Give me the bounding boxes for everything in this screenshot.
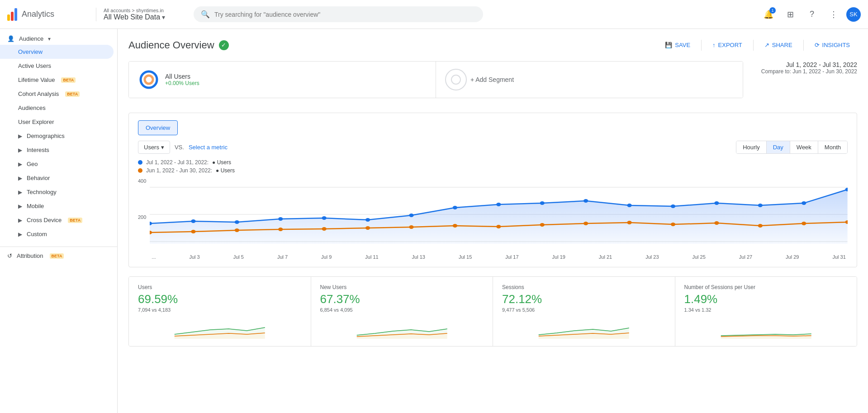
apps-button[interactable]: ⊞	[781, 5, 799, 24]
svg-point-8	[191, 219, 196, 223]
all-users-segment[interactable]: All Users +0.00% Users	[129, 62, 436, 98]
export-label: EXPORT	[718, 42, 742, 48]
sidebar-item-geo[interactable]: ▶ Geo	[0, 157, 114, 171]
sessions-per-user-title: Number of Sessions per User	[684, 284, 848, 290]
sessions-title: Sessions	[502, 284, 666, 290]
svg-point-31	[453, 224, 457, 228]
sidebar-item-cohort-analysis[interactable]: Cohort Analysis BETA	[0, 87, 114, 101]
sidebar-item-interests[interactable]: ▶ Interests	[0, 143, 114, 157]
property-name: All Web Site Data	[104, 13, 160, 21]
sessions-per-user-sub: 1.34 vs 1.32	[684, 307, 848, 313]
segment-ring-icon	[138, 69, 160, 90]
legend-date-jul: Jul 1, 2022 - Jul 31, 2022:	[146, 159, 209, 166]
tab-overview[interactable]: Overview	[138, 120, 178, 135]
sidebar-section-audience[interactable]: 👤 Audience ▾	[0, 33, 114, 45]
time-btn-week[interactable]: Week	[790, 141, 818, 153]
sidebar-item-mobile[interactable]: ▶ Mobile	[0, 199, 114, 213]
sidebar-item-custom[interactable]: ▶ Custom	[0, 227, 114, 241]
metric-card-new-users[interactable]: New Users 67.37% 6,854 vs 4,095	[311, 277, 493, 346]
all-users-name: All Users	[165, 73, 199, 80]
property-area[interactable]: All accounts > shyntimes.in All Web Site…	[96, 8, 186, 21]
sidebar-divider	[0, 247, 117, 247]
x-label-jul17: Jul 17	[505, 254, 518, 260]
svg-point-28	[322, 227, 327, 231]
sessions-per-user-value: 1.49%	[684, 292, 848, 306]
select-metric-link[interactable]: Select a metric	[189, 144, 228, 151]
logo-area: Analytics	[7, 8, 89, 21]
users-sub: 7,094 vs 4,183	[138, 307, 302, 313]
audience-label: Audience	[19, 35, 43, 42]
help-button[interactable]: ?	[803, 5, 821, 24]
sidebar-item-attribution[interactable]: ↺ Attribution BETA	[0, 249, 117, 263]
date-range[interactable]: Jul 1, 2022 - Jul 31, 2022 Compare to: J…	[761, 61, 857, 75]
attribution-icon: ↺	[7, 252, 12, 259]
all-users-change: +0.00% Users	[165, 80, 199, 86]
more-options-button[interactable]: ⋮	[825, 5, 843, 24]
add-segment[interactable]: + Add Segment	[445, 69, 514, 90]
metric-controls: Users ▾ VS. Select a metric Hourly Day W…	[138, 141, 848, 154]
metric-cards: Users 69.59% 7,094 vs 4,183 New Users 67…	[128, 276, 857, 347]
insights-button[interactable]: ⟳ INSIGHTS	[807, 38, 857, 52]
expand-icon-technology: ▶	[18, 189, 22, 195]
active-users-label: Active Users	[18, 62, 51, 69]
sidebar-item-overview[interactable]: Overview	[0, 45, 114, 59]
sessions-per-user-mini-chart	[684, 316, 848, 339]
x-label-jul21: Jul 21	[599, 254, 612, 260]
cohort-analysis-label: Cohort Analysis	[18, 90, 59, 97]
search-bar[interactable]: 🔍	[194, 6, 483, 22]
x-label-jul9: Jul 9	[321, 254, 332, 260]
new-users-title: New Users	[320, 284, 484, 290]
chart-card: Overview Users ▾ VS. Select a metric Hou…	[128, 113, 857, 267]
legend-item-jun: Jun 1, 2022 - Jun 30, 2022: ● Users	[138, 167, 848, 174]
sidebar-item-audiences[interactable]: Audiences	[0, 101, 114, 115]
svg-point-32	[497, 225, 501, 228]
page-header: Audience Overview ✓ 💾 SAVE ↑ EXPORT ↗ SH…	[128, 38, 857, 52]
sidebar-item-behavior[interactable]: ▶ Behavior	[0, 171, 114, 185]
time-btn-day[interactable]: Day	[767, 141, 790, 153]
date-range-compare: Compare to: Jun 1, 2022 - Jun 30, 2022	[761, 68, 857, 75]
chart-svg	[150, 178, 848, 251]
sidebar-item-active-users[interactable]: Active Users	[0, 59, 114, 73]
sidebar-item-cross-device[interactable]: ▶ Cross Device BETA	[0, 213, 114, 227]
sessions-mini-chart	[502, 316, 666, 339]
date-range-main: Jul 1, 2022 - Jul 31, 2022	[761, 61, 857, 68]
x-axis: ... Jul 3 Jul 5 Jul 7 Jul 9 Jul 11 Jul 1…	[150, 254, 848, 260]
beta-badge-cohort: BETA	[65, 91, 80, 97]
share-icon: ↗	[764, 42, 769, 48]
notifications-button[interactable]: 🔔 1	[759, 5, 778, 24]
metric-card-users[interactable]: Users 69.59% 7,094 vs 4,183	[129, 277, 311, 346]
property-selector[interactable]: All Web Site Data ▾	[104, 13, 186, 21]
export-button[interactable]: ↑ EXPORT	[705, 38, 749, 52]
sidebar-item-user-explorer[interactable]: User Explorer	[0, 115, 114, 129]
svg-point-29	[365, 226, 370, 230]
svg-point-14	[453, 206, 457, 209]
metric-card-sessions[interactable]: Sessions 72.12% 9,477 vs 5,506	[493, 277, 675, 346]
add-icon	[451, 74, 461, 85]
metric-dropdown[interactable]: Users ▾	[138, 141, 170, 154]
page-title: Audience Overview	[128, 39, 214, 51]
legend-metric-jul: ● Users	[212, 159, 231, 166]
time-btn-hourly[interactable]: Hourly	[736, 141, 767, 153]
attribution-label: Attribution	[17, 252, 43, 259]
collapse-icon: ▾	[48, 36, 51, 42]
sidebar-item-demographics[interactable]: ▶ Demographics	[0, 129, 114, 143]
expand-icon-custom: ▶	[18, 231, 22, 237]
verified-icon: ✓	[219, 40, 229, 50]
x-label-jul29: Jul 29	[786, 254, 799, 260]
svg-point-38	[758, 224, 763, 228]
search-input[interactable]	[214, 11, 476, 18]
add-segment-card[interactable]: + Add Segment	[436, 62, 743, 98]
svg-point-21	[758, 204, 763, 207]
share-button[interactable]: ↗ SHARE	[757, 38, 800, 52]
svg-point-13	[409, 214, 414, 217]
svg-point-18	[627, 204, 632, 207]
metric-card-sessions-per-user[interactable]: Number of Sessions per User 1.49% 1.34 v…	[675, 277, 857, 346]
sidebar-item-lifetime-value[interactable]: Lifetime Value BETA	[0, 73, 114, 87]
sidebar-item-technology[interactable]: ▶ Technology	[0, 185, 114, 199]
save-button[interactable]: 💾 SAVE	[658, 38, 697, 52]
save-label: SAVE	[675, 42, 690, 48]
time-btn-month[interactable]: Month	[818, 141, 847, 153]
avatar[interactable]: SK	[846, 7, 861, 22]
beta-badge-attribution: BETA	[50, 253, 64, 259]
x-label-jul3: Jul 3	[189, 254, 199, 260]
